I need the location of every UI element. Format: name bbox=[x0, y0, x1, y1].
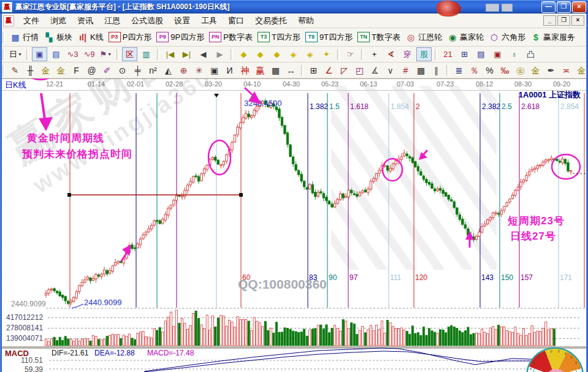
axis-low-price-label: 2440.9099 bbox=[11, 300, 46, 308]
ink-brush-tool-icon[interactable]: ✒ bbox=[544, 63, 558, 77]
flag-marker-icon[interactable]: ⚑▼ bbox=[98, 47, 113, 61]
mdi-minimize-button[interactable]: _ bbox=[543, 15, 556, 26]
menu-item-3[interactable]: 江恩 bbox=[99, 14, 126, 28]
wave-mark-tool-icon[interactable]: И bbox=[223, 63, 237, 77]
toolbar-button-label: 行情 bbox=[23, 32, 39, 43]
wave-9-icon[interactable]: ∿9 bbox=[82, 47, 97, 61]
fibonacci-f-tool-icon[interactable]: F bbox=[69, 63, 83, 77]
toolbar-button-winner-service[interactable]: $赢家服务 bbox=[528, 31, 578, 44]
close-button[interactable]: × bbox=[572, 1, 586, 13]
calendar-21-icon[interactable]: 21 bbox=[440, 47, 456, 61]
n-square-tool-icon[interactable]: n² bbox=[146, 63, 160, 77]
penetrate-icon[interactable]: 穿 bbox=[400, 47, 415, 61]
pencil-tool-icon[interactable]: ✎ bbox=[8, 63, 22, 77]
toolbar-button-t-square[interactable]: T3T四方形 bbox=[255, 31, 303, 44]
window-style-icon[interactable]: ▣ bbox=[32, 47, 47, 61]
toolbar-button-hexagon[interactable]: ⬡六角形 bbox=[486, 31, 528, 44]
percent-line-tool-icon[interactable]: ‰ bbox=[498, 63, 512, 77]
kline-chart-canvas[interactable]: 789012345678 bbox=[0, 78, 588, 372]
time-lines-tool-icon[interactable]: ╪ bbox=[131, 63, 145, 77]
percent-tool-icon[interactable]: % bbox=[483, 63, 497, 77]
golden-time-cycle-tool-icon[interactable]: 金 bbox=[39, 63, 53, 77]
menu-item-9[interactable]: 帮助 bbox=[292, 14, 319, 28]
golden-price-cycle-tool-icon[interactable]: 金 bbox=[54, 63, 68, 77]
menu-item-7[interactable]: 窗口 bbox=[223, 14, 250, 28]
toolbar-button-sectors[interactable]: ▚板块 bbox=[41, 31, 75, 44]
ying-tool-icon[interactable]: 赢 bbox=[253, 63, 267, 77]
diamond-cross-icon[interactable]: ✦ bbox=[319, 47, 334, 61]
pane-separator[interactable] bbox=[2, 346, 586, 349]
gold-line-tool-icon[interactable]: 金 bbox=[529, 63, 543, 77]
percent-retrace-tool-icon[interactable]: ％ bbox=[467, 63, 481, 77]
menu-item-5[interactable]: 设置 bbox=[169, 14, 196, 28]
nine-grid-dark-tool-icon[interactable]: ▩ bbox=[414, 63, 428, 77]
time-division-tool-icon[interactable]: ╫ bbox=[23, 63, 37, 77]
parallel-lines-tool-icon[interactable]: ∥ bbox=[429, 63, 443, 77]
notebook-icon[interactable]: ▤ bbox=[473, 47, 489, 61]
fan-box-tool-icon[interactable]: ◸ bbox=[337, 63, 351, 77]
minimize-button[interactable]: — bbox=[541, 1, 556, 13]
angle-measure-icon[interactable]: ∢ bbox=[383, 47, 399, 61]
flag-marker-dropdown[interactable]: ▼ bbox=[107, 52, 112, 56]
period-daily-icon[interactable]: 日▼ bbox=[8, 47, 23, 61]
toolbar-button-t-number-table[interactable]: TNT数字表 bbox=[355, 31, 403, 44]
cycle-circle-tool-icon[interactable]: ⊙ bbox=[115, 63, 129, 77]
save-icon[interactable]: ▣ bbox=[490, 47, 505, 61]
info-list-icon[interactable]: ▤ bbox=[48, 47, 64, 61]
region-compare-icon[interactable]: 区 bbox=[122, 47, 137, 61]
toolbar-button-kline[interactable]: ıl|K线 bbox=[75, 31, 106, 44]
gann-fan-circle-tool-icon[interactable]: ⊕ bbox=[177, 63, 191, 77]
nine-grid-tool-icon[interactable]: # bbox=[399, 63, 413, 77]
toolbar-button-gann-wheel[interactable]: ◎江恩轮 bbox=[403, 31, 445, 44]
menu-item-8[interactable]: 交易委托 bbox=[250, 14, 292, 28]
toolbar-button-p-number-table[interactable]: PNP数字表 bbox=[207, 31, 255, 44]
balance-line-tool-icon[interactable]: ≍ bbox=[559, 63, 573, 77]
diamond-left-icon[interactable]: ◆ bbox=[236, 47, 251, 61]
printer-icon[interactable]: 凸 bbox=[523, 47, 538, 61]
prev-bar-icon[interactable]: ◀ bbox=[196, 47, 211, 61]
price-ladder-tool-icon[interactable]: ≣ bbox=[452, 63, 466, 77]
first-bar-icon[interactable]: |◀ bbox=[162, 47, 178, 61]
mdi-close-button[interactable]: × bbox=[571, 15, 584, 26]
width-measure-tool-icon[interactable]: ↔ bbox=[284, 63, 298, 77]
calculator-icon[interactable]: ⊞ bbox=[457, 47, 472, 61]
mirror-angle-tool-icon[interactable]: ◭ bbox=[161, 63, 175, 77]
brush-tool-icon[interactable]: ✐ bbox=[100, 63, 114, 77]
diamond-right-icon[interactable]: ◆ bbox=[253, 47, 268, 61]
diamond-expand-icon[interactable]: ◈ bbox=[302, 47, 318, 61]
toolbar-button-9t-square[interactable]: T99T四方形 bbox=[303, 31, 355, 44]
gold-circle-tool-icon[interactable]: ㊎ bbox=[513, 63, 527, 77]
network-icon[interactable]: ♁ bbox=[506, 47, 522, 61]
toolbar-button-9p-square[interactable]: P99P四方形 bbox=[154, 31, 207, 44]
fan-lines-tool-icon[interactable]: ∠ bbox=[322, 63, 336, 77]
last-bar-icon[interactable]: ▶| bbox=[179, 47, 194, 61]
next-bar-icon[interactable]: ▶ bbox=[212, 47, 227, 61]
diamond-compress-icon[interactable]: ◈ bbox=[286, 47, 301, 61]
menu-item-1[interactable]: 浏览 bbox=[45, 14, 72, 28]
diamond-horizontal-icon[interactable]: ◆ bbox=[269, 47, 284, 61]
shen-tool-icon[interactable]: 神 bbox=[238, 63, 252, 77]
menu-item-0[interactable]: 文件 bbox=[18, 14, 45, 28]
period-daily-dropdown[interactable]: ▼ bbox=[18, 52, 22, 56]
mdi-restore-button[interactable]: ❐ bbox=[557, 15, 570, 26]
price-grid-tool-icon[interactable]: ▦ bbox=[269, 63, 283, 77]
crosshair-icon[interactable]: + bbox=[367, 47, 382, 61]
square-spiral-tool-icon[interactable]: ▣ bbox=[207, 63, 221, 77]
polygon-star-tool-icon[interactable]: ✳ bbox=[192, 63, 206, 77]
box-grid-tool-icon[interactable]: ⊞ bbox=[307, 63, 321, 77]
angle-lines-tool-icon[interactable]: ∡ bbox=[368, 63, 382, 77]
wave-3-icon[interactable]: ∿3 bbox=[65, 47, 80, 61]
distribution-chart-icon[interactable]: ▥ bbox=[139, 47, 154, 61]
spiral-tool-icon[interactable]: @ bbox=[85, 63, 99, 77]
toolbar-button-p-square[interactable]: P3P四方形 bbox=[106, 31, 155, 44]
fan-square-tool-icon[interactable]: ◰ bbox=[353, 63, 367, 77]
menu-item-6[interactable]: 工具 bbox=[196, 14, 223, 28]
toolbar-button-winner-wheel[interactable]: ◉赢家轮 bbox=[445, 31, 486, 44]
stock-select-icon[interactable]: 股 bbox=[416, 47, 432, 61]
toolbar-button-quotes[interactable]: ▦行情 bbox=[7, 31, 41, 44]
menu-item-2[interactable]: 资讯 bbox=[72, 14, 99, 28]
maximize-button[interactable]: ❐ bbox=[557, 1, 571, 13]
v-wave-tool-icon[interactable]: ∨ bbox=[383, 63, 397, 77]
hand-drag-icon[interactable]: ☞ bbox=[343, 47, 358, 61]
menu-item-4[interactable]: 公式选股 bbox=[126, 14, 169, 28]
